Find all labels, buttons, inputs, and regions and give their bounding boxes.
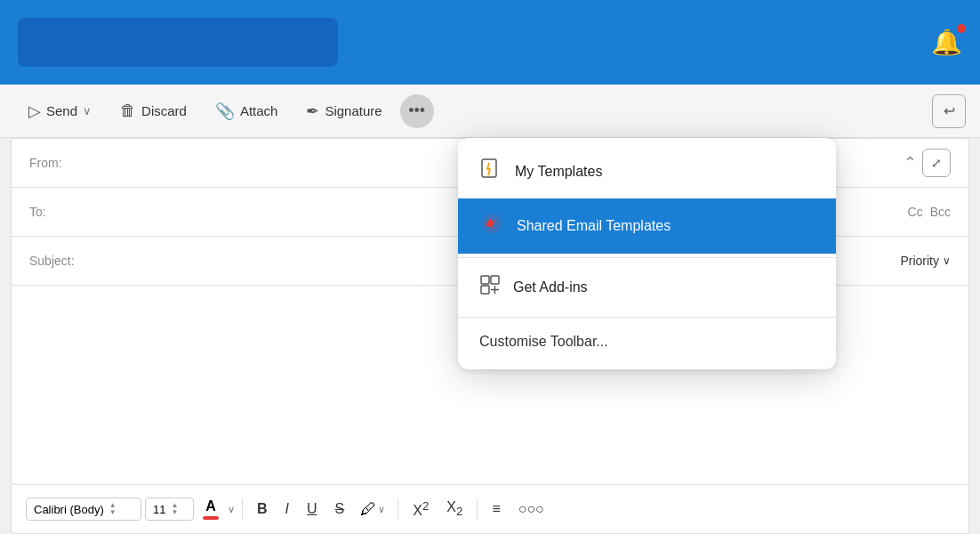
shared-templates-icon [479, 211, 504, 241]
send-label: Send [46, 103, 77, 118]
attach-icon: 📎 [215, 101, 235, 121]
collapse-button[interactable]: ↩ [932, 94, 966, 128]
font-selector[interactable]: Calibri (Body) ▲ ▼ [26, 498, 141, 521]
font-color-chevron[interactable]: ∨ [228, 504, 235, 515]
bell-icon[interactable]: 🔔 [931, 28, 962, 56]
size-stepper[interactable]: ▲ ▼ [171, 502, 178, 516]
strikethrough-icon: S [335, 501, 345, 516]
chevron-up-icon[interactable]: ⌃ [904, 153, 917, 173]
superscript-button[interactable]: X2 [406, 496, 436, 522]
menu-divider-2 [458, 317, 836, 318]
discard-icon: 🗑 [120, 101, 136, 120]
subject-label: Subject: [29, 254, 92, 268]
font-stepper[interactable]: ▲ ▼ [109, 502, 116, 516]
highlight-icon: 🖊 [360, 500, 376, 519]
menu-item-shared-email-templates[interactable]: Shared Email Templates [458, 198, 836, 254]
stepper-down-icon[interactable]: ▼ [109, 509, 116, 516]
menu-item-customise-toolbar[interactable]: Customise Toolbar... [458, 321, 836, 362]
font-color-icon: A [205, 498, 216, 514]
my-templates-icon [479, 158, 502, 186]
list-icon: ≡ [492, 501, 500, 516]
get-add-ins-label: Get Add-ins [513, 279, 588, 295]
subscript-button[interactable]: X2 [439, 496, 470, 522]
format-separator-1 [242, 498, 243, 520]
highlight-chevron[interactable]: ∨ [378, 504, 385, 515]
discard-button[interactable]: 🗑 Discard [106, 96, 201, 125]
signature-icon: ✒ [306, 101, 319, 121]
font-color-bar [203, 516, 219, 520]
priority-button[interactable]: Priority ∨ [900, 254, 951, 268]
more-options-menu: My Templates Shared Email Templates Get … [458, 138, 836, 369]
subscript-icon: X2 [446, 499, 462, 514]
svg-rect-3 [491, 276, 499, 284]
list-button[interactable]: ≡ [485, 498, 507, 521]
bold-icon: B [257, 501, 268, 516]
send-chevron-icon[interactable]: ∨ [83, 104, 92, 117]
format-toolbar: Calibri (Body) ▲ ▼ 11 ▲ ▼ A ∨ B I U S 🖊 … [11, 485, 969, 534]
bcc-button[interactable]: Bcc [930, 205, 951, 219]
compose-toolbar: ▷ Send ∨ 🗑 Discard 📎 Attach ✒ Signature … [0, 85, 980, 138]
signature-button[interactable]: ✒ Signature [292, 96, 396, 126]
font-color-button[interactable]: A [197, 495, 224, 523]
expand-icon: ⤢ [931, 156, 942, 170]
strikethrough-button[interactable]: S [328, 498, 352, 521]
svg-rect-4 [481, 286, 489, 294]
bold-button[interactable]: B [250, 498, 275, 521]
signature-label: Signature [325, 103, 382, 118]
collapse-icon: ↩ [944, 102, 955, 119]
customise-toolbar-label: Customise Toolbar... [479, 334, 608, 350]
svg-rect-2 [481, 276, 489, 284]
my-templates-label: My Templates [515, 164, 602, 180]
priority-label: Priority [900, 254, 939, 268]
font-size-selector[interactable]: 11 ▲ ▼ [145, 498, 194, 521]
font-size: 11 [153, 503, 165, 516]
cc-button[interactable]: Cc [908, 205, 923, 219]
italic-icon: I [285, 501, 289, 516]
attach-label: Attach [240, 103, 278, 118]
superscript-icon: X2 [413, 503, 429, 518]
send-button[interactable]: ▷ Send ∨ [14, 96, 106, 126]
more-options-button[interactable]: ••• [400, 94, 434, 128]
get-add-ins-icon [479, 274, 501, 301]
from-label: From: [29, 156, 92, 170]
more-format-icon: ○○○ [518, 501, 544, 516]
font-name: Calibri (Body) [34, 503, 104, 516]
menu-item-get-add-ins[interactable]: Get Add-ins [458, 262, 836, 313]
bell-badge [957, 24, 966, 33]
menu-divider-1 [458, 257, 836, 258]
format-separator-3 [477, 498, 478, 520]
more-icon: ••• [408, 101, 425, 120]
send-icon: ▷ [28, 101, 41, 121]
highlight-button[interactable]: 🖊 ∨ [355, 497, 390, 522]
priority-chevron-icon: ∨ [943, 255, 951, 267]
header-logo [18, 18, 338, 67]
menu-item-my-templates[interactable]: My Templates [458, 145, 836, 198]
underline-button[interactable]: U [300, 498, 325, 521]
italic-button[interactable]: I [278, 498, 296, 521]
from-field-icons: ⌃ ⤢ [904, 149, 951, 177]
app-header: 🔔 [0, 0, 980, 85]
attach-button[interactable]: 📎 Attach [201, 96, 293, 126]
to-label: To: [29, 205, 92, 219]
underline-icon: U [307, 501, 317, 516]
bell-container: 🔔 [931, 28, 962, 57]
format-separator-2 [398, 498, 398, 520]
to-field-actions: Cc Bcc [908, 205, 951, 219]
size-stepper-down-icon[interactable]: ▼ [171, 509, 178, 516]
shared-email-templates-label: Shared Email Templates [517, 218, 671, 234]
discard-label: Discard [141, 103, 187, 118]
expand-icon-button[interactable]: ⤢ [922, 149, 951, 177]
more-format-button[interactable]: ○○○ [511, 498, 551, 521]
